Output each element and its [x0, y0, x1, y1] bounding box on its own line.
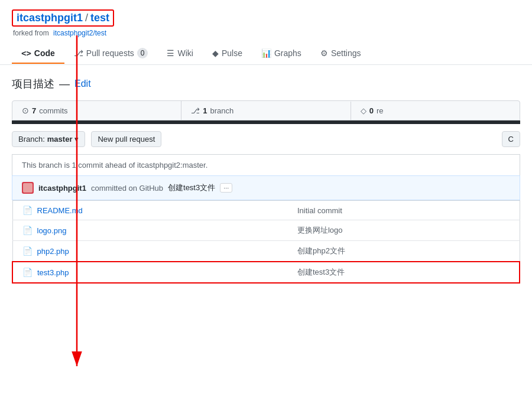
- tab-pulse[interactable]: ◆ Pulse: [203, 44, 252, 64]
- avatar-image: [23, 183, 33, 193]
- branch-selector[interactable]: Branch: master ▾: [12, 131, 85, 147]
- commit-msg-cell: 更换网址logo: [288, 220, 520, 241]
- latest-commit-row: itcastphpgit1 committed on GitHub 创建test…: [12, 175, 520, 200]
- repo-owner[interactable]: itcastphpgit1: [17, 12, 83, 24]
- tab-graphs[interactable]: 📊 Graphs: [252, 44, 311, 64]
- commit-author[interactable]: itcastphpgit1: [38, 184, 86, 193]
- file-icon: 📄: [22, 226, 33, 235]
- table-row-test3: 📄 test3.php 创建test3文件: [12, 262, 520, 283]
- ahead-notice: This branch is 1 commit ahead of itcastp…: [12, 154, 520, 175]
- chevron-down-icon: ▾: [74, 135, 79, 144]
- file-link[interactable]: README.md: [37, 206, 83, 215]
- file-link[interactable]: php2.php: [37, 247, 69, 256]
- file-icon: 📄: [22, 206, 33, 215]
- commit-message: 创建test3文件: [168, 183, 215, 193]
- repo-title-box: itcastphpgit1 / test: [12, 9, 114, 27]
- branch-label: Branch:: [18, 135, 45, 144]
- tabs-nav: <> Code ⎇ Pull requests 0 ☰ Wiki ◆ Pulse…: [12, 43, 520, 64]
- file-cell-name: 📄 README.md: [12, 201, 288, 220]
- tab-code[interactable]: <> Code: [12, 44, 64, 64]
- repo-separator: /: [85, 12, 88, 24]
- stats-bar: ⊙ 7 commits ⎇ 1 branch ◇ 0 re: [12, 100, 520, 120]
- repo-fork-info: forked from itcastphpgit2/test: [12, 29, 520, 37]
- branches-icon: ⎇: [191, 106, 200, 115]
- settings-icon: ⚙: [320, 48, 328, 58]
- branch-name: master: [47, 135, 73, 144]
- commit-msg-cell: 创建test3文件: [288, 262, 520, 283]
- file-link[interactable]: test3.php: [37, 268, 69, 277]
- main-content: 项目描述 — Edit ⊙ 7 commits ⎇ 1 branch ◇ 0 r…: [0, 65, 532, 284]
- edit-link[interactable]: Edit: [74, 79, 91, 89]
- actions-row: Branch: master ▾ New pull request C: [12, 124, 520, 154]
- file-cell-name: 📄 test3.php: [12, 262, 288, 283]
- wiki-icon: ☰: [167, 48, 174, 58]
- file-icon: 📄: [22, 246, 33, 256]
- clone-button[interactable]: C: [502, 131, 520, 147]
- fork-source-link[interactable]: itcastphpgit2/test: [53, 29, 106, 37]
- releases-stat[interactable]: ◇ 0 re: [351, 102, 520, 120]
- tab-pull-requests[interactable]: ⎇ Pull requests 0: [64, 43, 158, 64]
- pulse-icon: ◆: [212, 48, 219, 58]
- file-table: 📄 README.md Initial commit 📄 logo.png 更换…: [12, 200, 520, 284]
- tab-wiki[interactable]: ☰ Wiki: [157, 44, 202, 64]
- repo-header: itcastphpgit1 / test forked from itcastp…: [0, 0, 532, 65]
- new-pull-request-button[interactable]: New pull request: [91, 131, 161, 147]
- file-cell-name: 📄 logo.png: [12, 220, 288, 241]
- commit-details-button[interactable]: ···: [220, 183, 232, 193]
- commit-action: committed on GitHub: [91, 184, 163, 193]
- dash-separator: —: [59, 78, 70, 90]
- commit-msg-cell: 创建php2文件: [288, 241, 520, 262]
- repo-title: itcastphpgit1 / test: [12, 9, 520, 27]
- tab-settings[interactable]: ⚙ Settings: [311, 44, 371, 64]
- file-link[interactable]: logo.png: [37, 226, 67, 235]
- table-row: 📄 logo.png 更换网址logo: [12, 220, 520, 241]
- graphs-icon: 📊: [261, 48, 271, 58]
- releases-icon: ◇: [361, 106, 366, 115]
- commits-stat[interactable]: ⊙ 7 commits: [12, 101, 181, 120]
- repo-name[interactable]: test: [90, 12, 109, 24]
- file-icon: 📄: [22, 268, 33, 277]
- commit-msg-cell: Initial commit: [288, 201, 520, 220]
- table-row: 📄 README.md Initial commit: [12, 201, 520, 220]
- branches-stat[interactable]: ⎇ 1 branch: [181, 102, 351, 120]
- commit-avatar: [22, 182, 34, 194]
- pr-badge: 0: [137, 48, 148, 58]
- pull-request-icon: ⎇: [74, 48, 83, 58]
- code-icon: <>: [21, 48, 31, 58]
- project-desc-label: 项目描述: [12, 77, 54, 91]
- table-row: 📄 php2.php 创建php2文件: [12, 241, 520, 262]
- file-cell-name: 📄 php2.php: [12, 241, 288, 262]
- project-description: 项目描述 — Edit: [12, 65, 520, 100]
- commits-icon: ⊙: [22, 106, 29, 115]
